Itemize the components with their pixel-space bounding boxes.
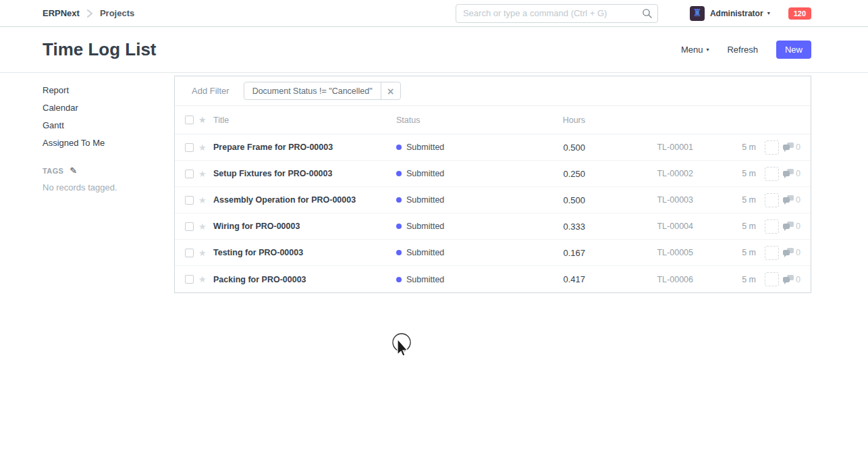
user-menu[interactable]: Administrator ▾ [710,9,770,18]
header-title: Title [213,116,396,125]
row-status: Submitted [396,169,497,178]
row-title-link[interactable]: Prepare Frame for PRO-00003 [213,143,396,152]
table-row[interactable]: ★ Prepare Frame for PRO-00003 Submitted … [175,134,811,161]
edit-tags-pencil-icon[interactable]: ✎ [70,165,77,176]
sidebar-item-report[interactable]: Report [43,82,174,99]
assign-cell [756,246,779,260]
row-checkbox-cell [185,222,198,231]
row-checkbox[interactable] [185,275,194,284]
table-row[interactable]: ★ Packing for PRO-00003 Submitted 0.417 … [175,266,811,292]
content-area: Report Calendar Gantt Assigned To Me TAG… [0,73,868,293]
filter-chip-close-icon[interactable]: × [381,82,400,99]
assign-placeholder-icon[interactable] [765,193,779,207]
table-row[interactable]: ★ Wiring for PRO-00003 Submitted 0.333 T… [175,213,811,240]
star-icon[interactable]: ★ [198,248,213,258]
comment-icon [783,275,794,284]
search-input[interactable] [456,4,658,23]
mouse-cursor [390,332,421,365]
row-checkbox[interactable] [185,170,194,178]
menu-button[interactable]: Menu ▾ [681,45,709,55]
sidebar-item-assigned-to-me[interactable]: Assigned To Me [43,134,174,151]
row-modified-time: 5 m [693,275,756,284]
add-filter-button[interactable]: Add Filter [192,86,229,96]
sidebar-item-calendar[interactable]: Calendar [43,99,174,116]
assign-placeholder-icon[interactable] [765,167,779,181]
notification-badge[interactable]: 120 [788,7,811,20]
tags-label: TAGS [43,167,63,175]
row-status: Submitted [396,275,497,284]
table-row[interactable]: ★ Setup Fixtures for PRO-00003 Submitted… [175,161,811,187]
page-title: Time Log List [43,39,157,60]
row-checkbox[interactable] [185,196,194,205]
chevron-down-icon: ▾ [767,10,770,16]
page-actions: Menu ▾ Refresh New [681,41,811,59]
row-title-link[interactable]: Assembly Operation for PRO-00003 [213,195,396,205]
star-icon[interactable]: ★ [198,222,213,232]
assign-placeholder-icon[interactable] [765,272,779,286]
comment-count-value: 0 [796,143,801,152]
navbar-user-area: ♜ Administrator ▾ 120 [690,6,811,21]
comment-icon [783,169,794,178]
row-status: Submitted [396,248,497,257]
list-header-row: ★ Title Status Hours [175,106,811,134]
row-title-link[interactable]: Wiring for PRO-00003 [213,222,396,231]
row-title-link[interactable]: Setup Fixtures for PRO-00003 [213,169,396,178]
row-checkbox-cell [185,275,198,284]
assign-placeholder-icon[interactable] [765,220,779,234]
sidebar-item-gantt[interactable]: Gantt [43,117,174,134]
status-label: Submitted [406,248,444,257]
row-hours: 0.333 [497,222,585,232]
search-icon[interactable] [642,8,653,22]
comment-count: 0 [779,143,801,152]
status-label: Submitted [406,222,444,231]
row-checkbox[interactable] [185,249,194,257]
comment-icon [783,222,794,231]
assign-placeholder-icon[interactable] [765,140,779,155]
row-checkbox-cell [185,143,198,152]
row-hours: 0.500 [497,143,585,153]
row-title-link[interactable]: Packing for PRO-00003 [213,275,396,284]
list-card: Add Filter Document Status != "Cancelled… [174,76,811,293]
row-checkbox-cell [185,196,198,205]
new-button[interactable]: New [776,41,811,59]
star-icon[interactable]: ★ [198,274,213,284]
user-avatar[interactable]: ♜ [690,6,705,21]
comment-count-value: 0 [796,275,801,284]
star-icon[interactable]: ★ [198,169,213,179]
row-title-link[interactable]: Testing for PRO-00003 [213,248,396,257]
row-checkbox[interactable] [185,222,194,231]
status-label: Submitted [406,143,444,152]
status-label: Submitted [406,275,444,284]
row-checkbox[interactable] [185,143,194,152]
filter-area: Add Filter Document Status != "Cancelled… [175,76,811,106]
filter-chip: Document Status != "Cancelled" × [244,82,401,100]
row-document-id: TL-00004 [585,222,693,231]
assign-placeholder-icon[interactable] [765,246,779,260]
brand-link[interactable]: ERPNext [43,8,80,18]
assign-cell [756,140,779,155]
row-document-id: TL-00002 [585,169,693,178]
row-checkbox-cell [185,249,198,257]
select-all-checkbox[interactable] [185,116,194,124]
filter-chip-label[interactable]: Document Status != "Cancelled" [244,82,381,99]
status-dot-icon [396,250,402,255]
global-search [456,4,658,23]
table-row[interactable]: ★ Testing for PRO-00003 Submitted 0.167 … [175,240,811,266]
breadcrumb-projects-link[interactable]: Projects [100,8,134,18]
refresh-button[interactable]: Refresh [727,45,758,55]
comment-count: 0 [779,222,801,231]
row-status: Submitted [396,143,497,152]
row-status: Submitted [396,195,497,205]
status-label: Submitted [406,195,444,205]
row-document-id: TL-00001 [585,143,693,152]
status-dot-icon [396,171,402,176]
table-row[interactable]: ★ Assembly Operation for PRO-00003 Submi… [175,187,811,213]
list-sidebar: Report Calendar Gantt Assigned To Me TAG… [43,73,174,293]
comment-count-value: 0 [796,222,801,231]
star-icon[interactable]: ★ [198,143,213,153]
row-hours: 0.250 [497,169,585,179]
star-icon[interactable]: ★ [198,195,213,205]
row-hours: 0.500 [497,195,585,205]
tags-empty-text: No records tagged. [43,182,174,192]
header-status: Status [396,116,497,125]
